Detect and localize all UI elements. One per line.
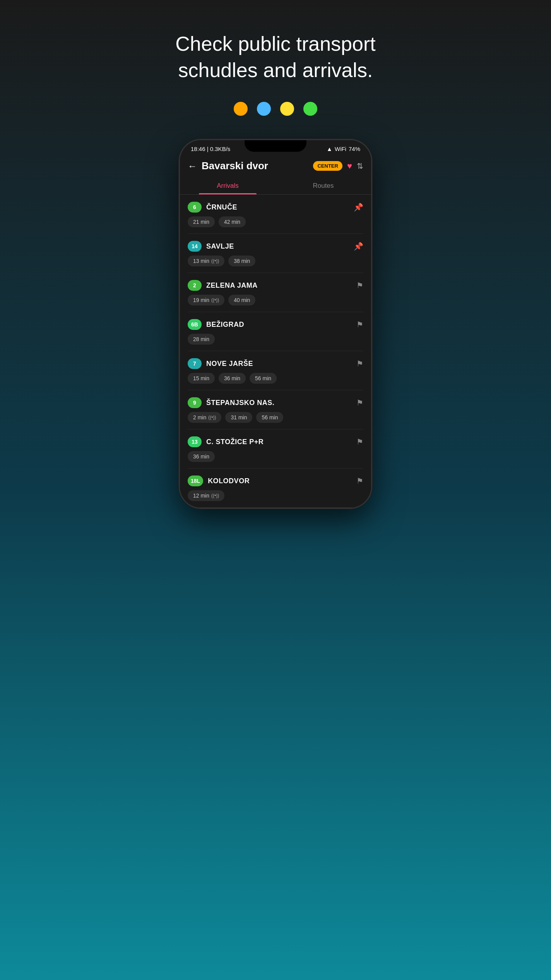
route-name: C. STOŽICE P+R <box>206 438 352 446</box>
time-chip: 31 min <box>225 412 252 423</box>
route-name: KOLODVOR <box>208 477 352 485</box>
tab-routes[interactable]: Routes <box>276 177 371 194</box>
dot-4 <box>303 102 317 116</box>
line-badge: 7 <box>188 358 202 369</box>
line-badge: 2 <box>188 280 202 291</box>
time-chip: 56 min <box>256 412 283 423</box>
phone-screen: 18:46 | 0.3KB/s ▲ WiFi 74% ← Bavarski dv… <box>180 140 371 508</box>
line-badge: 9 <box>188 397 202 408</box>
pin-icon[interactable]: ⚑ <box>356 398 363 407</box>
status-time: 18:46 | 0.3KB/s <box>191 146 230 152</box>
list-item[interactable]: 2 ZELENA JAMA ⚑ 19 min((•)) 40 min <box>188 273 363 312</box>
sort-button[interactable]: ⇅ <box>357 161 363 171</box>
pin-icon[interactable]: ⚑ <box>356 437 363 446</box>
time-chip: 38 min <box>228 256 255 266</box>
live-indicator: ((•)) <box>211 493 219 498</box>
route-name: ŠTEPANJSKO NAS. <box>206 399 352 407</box>
app-header: ← Bavarski dvor CENTER ♥ ⇅ <box>180 154 371 177</box>
pin-icon[interactable]: ⚑ <box>356 281 363 290</box>
list-item[interactable]: 6 ČRNUČE 📌 21 min 42 min <box>188 195 363 234</box>
line-badge: 6 <box>188 202 202 213</box>
time-chip: 12 min((•)) <box>188 490 224 501</box>
pin-icon[interactable]: 📌 <box>354 242 363 251</box>
time-chip: 40 min <box>228 295 255 305</box>
pin-icon[interactable]: 📌 <box>354 203 363 212</box>
status-right: ▲ WiFi 74% <box>327 146 360 152</box>
tab-arrivals[interactable]: Arrivals <box>180 177 276 194</box>
time-chip: 56 min <box>250 373 277 384</box>
dot-1 <box>234 102 248 116</box>
route-name: SAVLJE <box>206 242 349 251</box>
times-row: 15 min 36 min 56 min <box>188 373 363 384</box>
phone-shell: 18:46 | 0.3KB/s ▲ WiFi 74% ← Bavarski dv… <box>179 139 372 509</box>
live-indicator: ((•)) <box>211 297 219 303</box>
times-row: 12 min((•)) <box>188 490 363 501</box>
times-row: 36 min <box>188 451 363 462</box>
route-name: ZELENA JAMA <box>206 281 352 290</box>
list-item[interactable]: 13 C. STOŽICE P+R ⚑ 36 min <box>188 429 363 469</box>
line-badge: 18L <box>188 475 203 486</box>
center-badge[interactable]: CENTER <box>313 161 342 171</box>
indicator-dots <box>234 102 317 116</box>
time-chip: 2 min((•)) <box>188 412 221 423</box>
live-indicator: ((•)) <box>211 258 219 264</box>
tabs-row: Arrivals Routes <box>180 177 371 195</box>
time-chip: 15 min <box>188 373 215 384</box>
list-item[interactable]: 18L KOLODVOR ⚑ 12 min((•)) <box>188 469 363 508</box>
pin-icon[interactable]: ⚑ <box>356 359 363 368</box>
back-button[interactable]: ← <box>188 161 197 172</box>
pin-icon[interactable]: ⚑ <box>356 320 363 329</box>
time-chip: 19 min((•)) <box>188 295 224 305</box>
page-headline: Check public transport schudles and arri… <box>144 31 407 83</box>
time-chip: 36 min <box>188 451 215 462</box>
battery-value: 74% <box>349 146 360 152</box>
list-item[interactable]: 14 SAVLJE 📌 13 min((•)) 38 min <box>188 234 363 273</box>
times-row: 13 min((•)) 38 min <box>188 256 363 266</box>
list-item[interactable]: 6B BEŽIGRAD ⚑ 28 min <box>188 312 363 351</box>
phone-notch <box>245 140 306 152</box>
route-name: BEŽIGRAD <box>206 321 352 329</box>
line-badge: 6B <box>188 319 202 330</box>
dot-3 <box>280 102 294 116</box>
list-item[interactable]: 7 NOVE JARŠE ⚑ 15 min 36 min 56 min <box>188 351 363 390</box>
route-list: 6 ČRNUČE 📌 21 min 42 min 14 <box>180 195 371 508</box>
times-row: 19 min((•)) 40 min <box>188 295 363 305</box>
times-row: 2 min((•)) 31 min 56 min <box>188 412 363 423</box>
times-row: 21 min 42 min <box>188 216 363 227</box>
route-name: NOVE JARŠE <box>206 360 352 368</box>
times-row: 28 min <box>188 334 363 345</box>
live-indicator: ((•)) <box>208 415 216 420</box>
wifi-icon: WiFi <box>335 146 346 152</box>
time-chip: 28 min <box>188 334 215 345</box>
time-chip: 21 min <box>188 216 215 227</box>
dot-2 <box>257 102 271 116</box>
line-badge: 14 <box>188 241 202 252</box>
signal-icon: ▲ <box>327 146 332 152</box>
pin-icon[interactable]: ⚑ <box>356 476 363 486</box>
favorite-button[interactable]: ♥ <box>347 161 352 171</box>
route-name: ČRNUČE <box>206 203 349 211</box>
time-chip: 36 min <box>219 373 246 384</box>
stop-name: Bavarski dvor <box>202 160 308 172</box>
phone-mockup: 18:46 | 0.3KB/s ▲ WiFi 74% ← Bavarski dv… <box>179 139 372 509</box>
time-chip: 13 min((•)) <box>188 256 224 266</box>
list-item[interactable]: 9 ŠTEPANJSKO NAS. ⚑ 2 min((•)) 31 min 56… <box>188 390 363 429</box>
time-chip: 42 min <box>219 216 246 227</box>
line-badge: 13 <box>188 436 202 447</box>
